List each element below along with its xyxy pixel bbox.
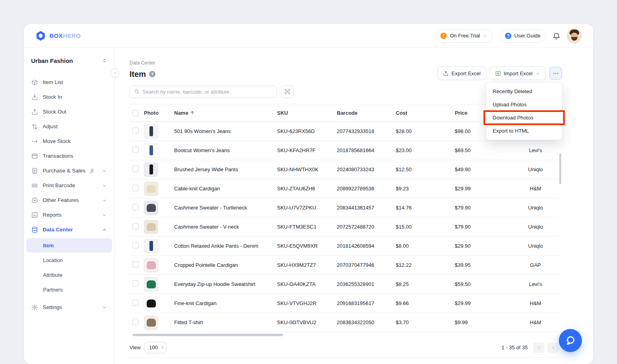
column-label: Name bbox=[174, 110, 188, 116]
sidebar-subitem-attribute[interactable]: Attribute bbox=[26, 268, 112, 282]
sidebar-collapse-button[interactable] bbox=[110, 68, 119, 77]
item-barcode: 2072572488720 bbox=[337, 224, 396, 230]
table-row[interactable]: Everyday Zip-up Hoodie SweatshirtSKU-OA4… bbox=[130, 275, 558, 294]
item-brand: Levi's bbox=[513, 147, 558, 153]
chevron-down-icon bbox=[102, 305, 107, 310]
sidebar-subitem-partners[interactable]: Partners bbox=[26, 282, 112, 297]
table-row[interactable]: Cable-knit CardiganSKU-ZTAU6ZH6208992278… bbox=[130, 179, 558, 198]
chevron-up-icon bbox=[102, 227, 107, 233]
sidebar-item-other-features[interactable]: Other Features bbox=[24, 193, 114, 207]
data-center-icon bbox=[31, 226, 38, 233]
table-row[interactable]: Cotton Relaxed Ankle Pants - DenimSKU-E5… bbox=[130, 237, 558, 256]
table-row[interactable]: Cashmere Sweater - TurtleneckSKU-U7V7ZPK… bbox=[130, 198, 558, 217]
search-input[interactable] bbox=[142, 89, 272, 95]
sidebar-item-adjust[interactable]: Adjust bbox=[24, 119, 114, 134]
sidebar-item-stock-out[interactable]: Stock Out bbox=[24, 104, 114, 119]
column-header[interactable]: SKU bbox=[277, 110, 337, 116]
row-checkbox[interactable] bbox=[132, 185, 139, 191]
free-trial-button[interactable]: ! On Free Trial bbox=[435, 29, 493, 43]
sidebar-item-settings[interactable]: Settings bbox=[24, 300, 114, 315]
sidebar-subitem-item[interactable]: Item bbox=[26, 238, 112, 252]
sidebar-item-transactions[interactable]: Transactions bbox=[24, 149, 114, 163]
item-photo bbox=[144, 124, 158, 139]
previous-page-button[interactable] bbox=[533, 342, 544, 353]
sidebar-item-label: Transactions bbox=[43, 153, 73, 159]
table-row[interactable]: Brushed Jersey Wide PantsSKU-NHWTHX0K202… bbox=[130, 160, 558, 179]
workspace-name: Urban Fashion bbox=[31, 57, 73, 64]
table-row[interactable]: Bootcut Women's JeansSKU-KFA2HR7F2018785… bbox=[130, 141, 558, 160]
row-checkbox[interactable] bbox=[132, 204, 139, 210]
sidebar-item-data-center[interactable]: Data Center bbox=[24, 222, 114, 237]
move-stock-icon bbox=[31, 138, 38, 145]
page-size-select[interactable]: 100 bbox=[145, 342, 166, 353]
row-checkbox[interactable] bbox=[132, 127, 139, 134]
sidebar-item-reports[interactable]: Reports bbox=[24, 207, 114, 222]
table-row[interactable]: Fine-knit CardiganSKU-VTVGHJ2R2091683195… bbox=[130, 294, 558, 313]
sidebar-item-item-list[interactable]: Item List bbox=[24, 75, 114, 90]
sidebar-item-label: Stock In bbox=[43, 94, 62, 100]
row-checkbox[interactable] bbox=[132, 319, 139, 325]
table-row[interactable]: Cropped Pointelle CardiganSKU-HX9M2TZ720… bbox=[130, 256, 558, 275]
workspace-sort-icon[interactable] bbox=[102, 58, 107, 63]
item-photo bbox=[144, 315, 158, 330]
user-guide-button[interactable]: ? User Guide bbox=[499, 29, 546, 43]
row-checkbox[interactable] bbox=[132, 299, 139, 306]
horizontal-scrollbar bbox=[130, 334, 558, 336]
item-photo bbox=[144, 162, 158, 177]
item-barcode: 2083441361457 bbox=[337, 205, 396, 211]
sidebar-item-label: Move Stock bbox=[43, 138, 71, 144]
sidebar-item-stock-in[interactable]: Stock In bbox=[24, 90, 114, 104]
adjust-icon bbox=[31, 123, 38, 130]
item-photo bbox=[144, 182, 158, 196]
export-icon bbox=[443, 70, 449, 76]
column-header[interactable]: Photo bbox=[144, 110, 174, 116]
notifications-bell-icon[interactable] bbox=[552, 32, 560, 40]
chat-help-button[interactable] bbox=[559, 329, 582, 352]
main-content: Data Center Item ? Export Excel Import E… bbox=[115, 48, 593, 364]
sidebar-subitem-location[interactable]: Location bbox=[26, 253, 112, 267]
search-icon bbox=[134, 89, 140, 94]
sidebar: Urban Fashion Item ListStock InStock Out… bbox=[24, 48, 115, 364]
sidebar-item-move-stock[interactable]: Move Stock bbox=[24, 134, 114, 149]
item-sku: SKU-ZTAU6ZH6 bbox=[277, 186, 337, 192]
column-header[interactable]: Cost bbox=[396, 110, 455, 116]
vertical-scrollbar-thumb[interactable] bbox=[559, 153, 561, 184]
sidebar-item-print-barcode[interactable]: Print Barcode bbox=[24, 178, 114, 193]
item-photo bbox=[144, 220, 158, 234]
barcode-scan-button[interactable] bbox=[281, 85, 294, 98]
horizontal-scrollbar-thumb[interactable] bbox=[133, 334, 283, 336]
menu-item-export-to-html[interactable]: Export to HTML bbox=[486, 124, 562, 137]
select-all-checkbox[interactable] bbox=[132, 110, 139, 116]
more-options-button[interactable] bbox=[549, 67, 562, 80]
help-icon[interactable]: ? bbox=[149, 71, 155, 77]
item-photo bbox=[144, 143, 158, 158]
export-excel-label: Export Excel bbox=[452, 70, 481, 76]
chevron-down-icon bbox=[102, 198, 107, 203]
row-checkbox[interactable] bbox=[132, 280, 139, 287]
item-name: Bootcut Women's Jeans bbox=[174, 147, 277, 153]
sidebar-item-purchase-sales[interactable]: Purchase & Salesβ bbox=[24, 163, 114, 178]
row-checkbox[interactable] bbox=[132, 166, 139, 172]
column-header[interactable]: Name bbox=[174, 110, 277, 116]
workspace-switcher[interactable]: Urban Fashion bbox=[24, 54, 114, 67]
row-checkbox[interactable] bbox=[132, 242, 139, 249]
export-excel-button[interactable]: Export Excel bbox=[437, 67, 486, 80]
excel-icon bbox=[495, 70, 501, 76]
row-checkbox[interactable] bbox=[132, 261, 139, 268]
menu-item-recently-deleted[interactable]: Recently Deleted bbox=[486, 85, 562, 98]
menu-item-label: Download Photos bbox=[493, 115, 533, 121]
import-excel-button[interactable]: Import Excel bbox=[489, 67, 546, 80]
row-checkbox[interactable] bbox=[132, 223, 139, 229]
table-row[interactable]: Cashmere Sweater - V-neckSKU-FTM3ESC1207… bbox=[130, 217, 558, 237]
menu-item-download-photos[interactable]: Download Photos bbox=[486, 111, 562, 124]
item-price: $69.50 bbox=[455, 147, 513, 153]
next-page-button[interactable] bbox=[547, 342, 558, 353]
boxhero-logo[interactable]: BOXHERO bbox=[35, 30, 81, 41]
menu-item-upload-photos[interactable]: Upload Photos bbox=[486, 98, 562, 111]
sidebar-item-label: Print Barcode bbox=[43, 182, 75, 188]
column-header[interactable]: Barcode bbox=[337, 110, 396, 116]
user-avatar[interactable] bbox=[567, 28, 582, 43]
row-checkbox[interactable] bbox=[132, 147, 139, 153]
item-cost: $12.50 bbox=[396, 166, 455, 172]
table-row[interactable]: Fitted T-shirtSKU-0OTVBVU22083634322050$… bbox=[130, 313, 558, 332]
